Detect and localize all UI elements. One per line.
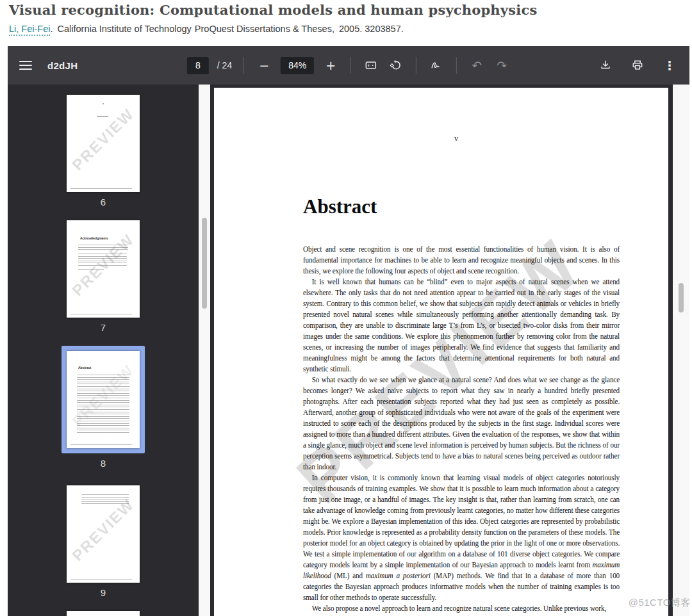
- site-watermark: @51CTO博客: [629, 597, 691, 609]
- menu-icon[interactable]: [19, 61, 32, 70]
- thumbnail-item: Acknowledgments PREVIEW 7: [67, 220, 140, 334]
- page-number-input[interactable]: [187, 57, 209, 74]
- thumbnail-heading: Abstract: [78, 366, 91, 370]
- abstract-paragraphs: Object and scene recognition is one of t…: [303, 244, 620, 614]
- fit-to-page-button[interactable]: [363, 57, 379, 74]
- sidebar-scrollbar-thumb[interactable]: [202, 218, 207, 309]
- thumbnail-label: 7: [101, 322, 106, 334]
- viewer-toolbar: d2dJH / 24 − 84% +: [8, 46, 689, 85]
- download-icon: [599, 59, 612, 72]
- page-roman-numeral: v: [454, 134, 458, 143]
- document-name: d2dJH: [47, 60, 78, 71]
- thumbnail-item: [67, 611, 140, 616]
- thumbnail-label: 8: [101, 458, 106, 470]
- redo-button[interactable]: ↷: [493, 57, 510, 74]
- thumbnail-item: PREVIEW 6: [67, 95, 140, 209]
- author-link[interactable]: Li, Fei-Fei: [9, 24, 50, 36]
- abstract-paragraph: It is well known that humans can be “bli…: [303, 277, 620, 375]
- pdf-viewer: d2dJH / 24 − 84% +: [8, 46, 689, 616]
- thumbnail-page-9[interactable]: PREVIEW: [67, 485, 140, 583]
- fit-to-frame-icon: [365, 59, 377, 72]
- abstract-paragraph: So what exactly do we see when we glance…: [303, 375, 620, 473]
- document-scrollbar-thumb[interactable]: [679, 283, 684, 312]
- thumbnail-label: 6: [101, 197, 106, 209]
- viewer-content: PREVIEW 6 Acknowledgments PREVIEW 7: [8, 85, 689, 616]
- source-text: ProQuest Dissertations & Theses,: [195, 24, 334, 34]
- page-title: Visual recognition: Computational models…: [9, 1, 682, 19]
- rotate-button[interactable]: [388, 57, 404, 74]
- thumbnail-page-7[interactable]: Acknowledgments PREVIEW: [67, 220, 140, 318]
- toolbar-divider: [416, 57, 416, 74]
- thumbnail-sidebar: PREVIEW 6 Acknowledgments PREVIEW 7: [8, 85, 199, 616]
- zoom-out-button[interactable]: −: [256, 57, 272, 74]
- pen-scribble-icon: [430, 59, 443, 72]
- zoom-level-display: 84%: [281, 57, 314, 74]
- toolbar-divider: [350, 57, 351, 74]
- document-page-8: PREVIEW v Abstract Object and scene reco…: [214, 88, 668, 616]
- kebab-menu-icon: ⋮: [664, 60, 676, 72]
- thumbnail-item-selected: Abstract PREVIEW 8: [62, 346, 145, 470]
- print-button[interactable]: [629, 57, 646, 74]
- author-separator: .: [50, 24, 53, 34]
- document-viewport: PREVIEW v Abstract Object and scene reco…: [210, 85, 673, 616]
- more-options-button[interactable]: ⋮: [661, 57, 678, 74]
- annotate-button[interactable]: [428, 57, 445, 74]
- toolbar-divider: [456, 57, 457, 74]
- publication-id: 2005. 3203857.: [339, 24, 404, 34]
- abstract-paragraph: Object and scene recognition is one of t…: [303, 244, 620, 277]
- zoom-in-button[interactable]: +: [322, 57, 339, 74]
- thumbnail-selection-frame: Abstract PREVIEW: [62, 346, 145, 453]
- undo-icon: ↶: [472, 60, 482, 72]
- thumbnail-label: 9: [101, 587, 106, 599]
- result-header: Visual recognition: Computational models…: [9, 1, 682, 34]
- abstract-paragraph: We also propose a novel approach to lear…: [303, 603, 620, 614]
- thumbnail-page-8[interactable]: Abstract PREVIEW: [67, 351, 140, 448]
- thumbnail-page-6[interactable]: PREVIEW: [67, 95, 140, 192]
- preview-watermark: PREVIEW: [67, 103, 140, 177]
- affiliation-text: California Institute of Technology: [58, 24, 192, 34]
- byline: Li, Fei-Fei.California Institute of Tech…: [9, 24, 682, 34]
- undo-button[interactable]: ↶: [468, 57, 485, 74]
- abstract-heading: Abstract: [303, 195, 377, 218]
- toolbar-divider: [243, 57, 244, 74]
- thumbnail-heading: Acknowledgments: [80, 237, 108, 241]
- redo-icon: ↷: [497, 60, 507, 72]
- print-icon: [631, 59, 644, 72]
- abstract-paragraph: In computer vision, it is commonly known…: [303, 473, 620, 603]
- thumbnail-page-10-partial[interactable]: [67, 611, 140, 616]
- sidebar-scrollbar[interactable]: [199, 85, 210, 616]
- download-button[interactable]: [597, 57, 614, 74]
- thumbnail-item: PREVIEW 9: [67, 485, 140, 599]
- rotate-icon: [390, 59, 402, 72]
- document-scrollbar[interactable]: [673, 85, 689, 616]
- page-total-label: / 24: [217, 60, 232, 70]
